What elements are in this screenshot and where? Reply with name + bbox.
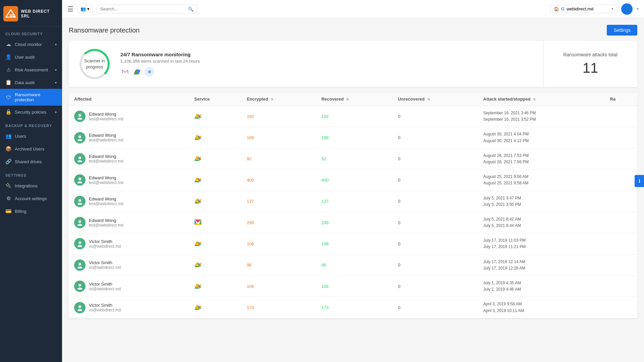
avatar-chevron: ▾ <box>637 7 639 11</box>
svg-point-39 <box>78 157 81 159</box>
page-content: Ransomware protection Settings Scanner i… <box>62 18 644 362</box>
ransomware-table: Affected Service Encrypted ⇅ Recovered ⇅… <box>69 93 637 318</box>
table-row[interactable]: Edward Wong test@webdirect.md 137 <box>69 191 637 212</box>
sidebar-item-user-audit[interactable]: 👤 User audit <box>0 51 62 63</box>
gmail-service-icon <box>120 67 130 76</box>
sidebar-item-ransomware-protection[interactable]: 🛡 Ransomware protection <box>0 89 62 106</box>
cell-encrypted: 173 <box>241 297 316 318</box>
user-selector-icon: 👥 <box>80 6 86 11</box>
cell-unrecovered: 0 <box>392 106 478 127</box>
backup-section-label: BACKUP & RECOVERY <box>0 118 62 130</box>
sidebar-item-integrations[interactable]: 🔌 Integrations <box>0 179 62 192</box>
col-unrecovered[interactable]: Unrecovered ⇅ <box>392 93 478 106</box>
user-email: test@webdirect.md <box>89 159 123 164</box>
cell-unrecovered: 0 <box>392 276 478 297</box>
user-avatar-button[interactable]: 👤 <box>621 3 633 15</box>
table-row[interactable]: Edward Wong test@webdirect.md 299 299 0 … <box>69 212 637 233</box>
company-name: WEB DIRECT SRL <box>21 9 59 18</box>
cell-encrypted: 108 <box>241 233 316 254</box>
col-recovered[interactable]: Recovered ⇅ <box>316 93 392 106</box>
user-name: Edward Wong <box>89 175 123 180</box>
cell-recovered: 96 <box>316 254 392 276</box>
user-selector[interactable]: 👥 ▾ <box>77 5 93 13</box>
cell-affected: Victor Smith vs@webdirect.md <box>69 276 189 297</box>
search-input[interactable] <box>100 6 186 11</box>
svg-text:WD: WD <box>9 14 15 17</box>
sidebar-item-billing[interactable]: 💳 Billing <box>0 205 62 218</box>
sidebar-item-security-policies[interactable]: 🔒 Security policies ▾ <box>0 106 62 118</box>
cell-affected: Edward Wong test@webdirect.md <box>69 191 189 212</box>
sidebar-item-risk-assessment[interactable]: ⚠ Risk Assessment ▾ <box>0 63 62 76</box>
col-attack-dates[interactable]: Attack started/stopped ⇅ <box>478 93 605 106</box>
sidebar-item-shared-drives[interactable]: 🔗 Shared drives <box>0 155 62 168</box>
cell-ra <box>605 170 637 191</box>
warning-icon: ⚠ <box>5 67 11 73</box>
sidebar-label-user-audit: User audit <box>15 55 35 60</box>
user-email: test@webdirect.md <box>89 201 123 206</box>
cell-affected: Victor Smith vs@webdirect.md <box>69 254 189 276</box>
other-service-icon: ⊞ <box>145 67 154 76</box>
svg-point-103 <box>77 266 82 268</box>
scanner-progress-circle: Scanner inprogress <box>79 49 110 79</box>
cell-encrypted: 299 <box>241 212 316 233</box>
cell-dates: April 3, 2019 9:58 AM April 3, 2019 10:1… <box>478 297 605 318</box>
user-name: Edward Wong <box>89 218 123 223</box>
lock-icon: 🔒 <box>5 109 11 115</box>
cell-service <box>189 170 241 191</box>
cell-unrecovered: 0 <box>392 148 478 169</box>
sidebar-item-users[interactable]: 👥 Users <box>0 130 62 142</box>
sidebar-item-account-settings[interactable]: ⚙ Account settings <box>0 192 62 205</box>
avatar-icon: 👤 <box>624 6 630 12</box>
cell-encrypted: 192 <box>241 106 316 127</box>
sidebar-item-data-audit[interactable]: 📋 Data audit ▾ <box>0 76 62 89</box>
chevron-down-icon: ▾ <box>55 110 57 114</box>
table-row[interactable]: Victor Smith vs@webdirect.md 173 <box>69 297 637 318</box>
integrations-icon: 🔌 <box>5 183 11 189</box>
gear-icon: ⚙ <box>5 195 11 201</box>
svg-point-68 <box>77 203 82 205</box>
attacks-card: Ransomware attacks total 11 <box>543 41 637 87</box>
cell-dates: July 5, 2021 8:42 AM July 5, 2021 8:44 A… <box>478 212 605 233</box>
cell-unrecovered: 0 <box>392 170 478 191</box>
sidebar-item-archived-users[interactable]: 📦 Archived Users <box>0 142 62 155</box>
search-icon: 🔍 <box>188 6 194 12</box>
user-avatar <box>74 259 86 271</box>
sidebar-item-cloud-monitor[interactable]: ☁ Cloud monitor ▾ <box>0 38 62 51</box>
table-row[interactable]: Victor Smith vs@webdirect.md 108 <box>69 233 637 254</box>
user-avatar <box>74 302 86 313</box>
cell-recovered: 173 <box>316 297 392 318</box>
table-row[interactable]: Edward Wong test@webdirect.md 188 <box>69 127 637 148</box>
topbar: ☰ 👥 ▾ 🔍 🏠 G webidirect.md ▾ 👤 ▾ <box>62 0 644 18</box>
settings-button[interactable]: Settings <box>607 25 637 36</box>
table-row[interactable]: Edward Wong test@webdirect.md 400 <box>69 170 637 191</box>
svg-point-81 <box>78 220 81 223</box>
svg-point-82 <box>77 224 82 226</box>
col-encrypted[interactable]: Encrypted ⇅ <box>241 93 316 106</box>
cell-recovered: 92 <box>316 148 392 169</box>
page-title: Ransomware protection <box>69 26 140 34</box>
monitoring-subtitle: 1,106,356 items scanned in last 24 hours <box>120 59 200 64</box>
table-row[interactable]: Victor Smith vs@webdirect.md 96 <box>69 254 637 276</box>
cell-encrypted: 96 <box>241 254 316 276</box>
table-row[interactable]: Victor Smith vs@webdirect.md 106 <box>69 276 637 297</box>
svg-point-11 <box>78 114 81 117</box>
settings-section-label: SETTINGS <box>0 168 62 179</box>
user-name: Victor Smith <box>89 260 121 265</box>
cell-ra <box>605 212 637 233</box>
scanner-card: Scanner inprogress 24/7 Ransomware monit… <box>69 41 543 87</box>
table-row[interactable]: Edward Wong test@webdirect.md 192 <box>69 106 637 127</box>
domain-bar[interactable]: 🏠 G webidirect.md ▾ <box>550 5 617 13</box>
cell-dates: July 17, 2019 11:03 PM July 17, 2019 11:… <box>478 233 605 254</box>
user-name: Edward Wong <box>89 133 123 138</box>
cell-encrypted: 106 <box>241 276 316 297</box>
table-row[interactable]: Edward Wong test@webdirect.md 92 <box>69 148 637 169</box>
svg-point-88 <box>78 241 81 244</box>
menu-button[interactable]: ☰ <box>67 5 73 13</box>
page-header: Ransomware protection Settings <box>69 25 637 36</box>
info-button[interactable]: ℹ <box>635 175 644 187</box>
cell-unrecovered: 0 <box>392 191 478 212</box>
cell-ra <box>605 233 637 254</box>
user-email: vs@webdirect.md <box>89 308 121 312</box>
svg-point-131 <box>77 309 82 311</box>
svg-point-67 <box>78 199 81 202</box>
